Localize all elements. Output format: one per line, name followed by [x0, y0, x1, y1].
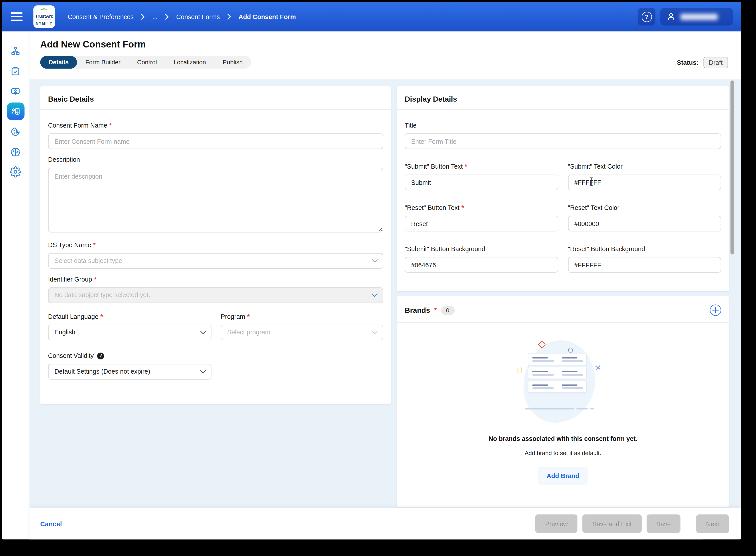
breadcrumb-consent-forms[interactable]: Consent Forms — [176, 13, 220, 21]
brands-count-badge: 0 — [441, 306, 455, 315]
id-card-person-icon — [10, 85, 21, 97]
sidebar-item-consent-forms[interactable] — [7, 103, 25, 120]
brands-empty-illustration — [397, 340, 729, 431]
description-textarea[interactable] — [48, 168, 383, 233]
ds-type-select[interactable]: Select data subject type — [48, 253, 383, 269]
logo-trustarc-text: TrustArc — [35, 13, 53, 19]
save-and-exit-button[interactable]: Save and Exit — [583, 514, 642, 533]
top-navigation-bar: TrustArc NYMITY Consent & Preferences ..… — [2, 2, 741, 32]
trustarc-nymity-logo: TrustArc NYMITY — [33, 5, 55, 28]
rectangle-decoration-icon — [518, 367, 522, 373]
consent-form-name-input[interactable] — [48, 133, 383, 149]
reset-button-background-input[interactable] — [568, 257, 721, 273]
status-badge: Draft — [703, 57, 728, 68]
brands-panel: Brands * 0 — [397, 296, 729, 507]
submit-button-text-input[interactable] — [405, 175, 558, 190]
tab-control[interactable]: Control — [129, 56, 165, 69]
consent-validity-select[interactable]: Default Settings (Does not expire) — [48, 364, 211, 380]
brand-card-placeholder — [528, 353, 587, 365]
clipboard-check-icon — [10, 65, 21, 77]
brands-title: Brands — [405, 306, 430, 314]
question-mark-icon: ? — [642, 11, 652, 22]
sidebar-item-cookie-consent[interactable] — [7, 123, 25, 140]
help-button[interactable]: ? — [638, 8, 655, 26]
tab-publish[interactable]: Publish — [215, 56, 251, 69]
tab-details[interactable]: Details — [40, 56, 77, 69]
add-brand-button[interactable]: Add Brand — [538, 467, 588, 485]
chevron-down-icon — [200, 331, 206, 335]
chevron-down-icon — [200, 370, 206, 374]
breadcrumb: Consent & Preferences ... Consent Forms … — [68, 13, 296, 21]
cancel-link[interactable]: Cancel — [40, 520, 62, 527]
submit-text-color-input[interactable] — [568, 175, 721, 190]
info-icon[interactable]: i — [97, 352, 104, 359]
program-select[interactable]: Select program — [221, 324, 383, 340]
default-language-select[interactable]: English — [48, 324, 211, 340]
form-title-label: Title — [405, 121, 721, 129]
consent-validity-label: Consent Validity i — [48, 352, 383, 359]
user-account-button[interactable] — [660, 8, 733, 26]
identifier-group-select: No data subject type selected yet. — [48, 287, 383, 303]
reset-button-text-label: "Reset" Button Text* — [405, 204, 558, 211]
status: Status: Draft — [677, 57, 728, 68]
gear-icon — [10, 166, 21, 177]
basic-details-panel: Basic Details Consent Form Name* Descrip… — [40, 86, 391, 404]
breadcrumb-consent-preferences[interactable]: Consent & Preferences — [68, 13, 134, 21]
app-window: TrustArc NYMITY Consent & Preferences ..… — [2, 2, 741, 540]
brain-icon — [10, 146, 21, 157]
vertical-scrollbar-thumb[interactable] — [730, 80, 734, 254]
next-button[interactable]: Next — [696, 514, 729, 533]
description-label: Description — [48, 156, 383, 163]
basic-details-title: Basic Details — [40, 86, 391, 110]
form-title-input[interactable] — [405, 133, 721, 149]
main-content: Add New Consent Form Details Form Builde… — [30, 31, 741, 540]
chevron-down-icon — [371, 293, 378, 298]
submit-text-color-label: "Submit" Text Color — [568, 163, 721, 170]
identifier-group-label: Identifier Group* — [48, 276, 383, 283]
display-details-title: Display Details — [397, 86, 729, 110]
sidebar-item-settings[interactable] — [7, 163, 25, 181]
submit-button-text-label: "Submit" Button Text* — [405, 163, 558, 170]
reset-text-color-label: "Reset" Text Color — [568, 204, 721, 211]
circle-decoration-icon — [568, 348, 573, 352]
chevron-right-icon — [141, 14, 145, 20]
sidebar-item-org-structure[interactable] — [7, 42, 25, 60]
page-header: Add New Consent Form Details Form Builde… — [30, 31, 741, 79]
consent-form-name-label: Consent Form Name* — [48, 121, 383, 129]
breadcrumb-collapsed[interactable]: ... — [152, 13, 158, 21]
content-scroll-area: Basic Details Consent Form Name* Descrip… — [30, 79, 741, 508]
reset-button-text-input[interactable] — [405, 216, 558, 232]
reset-text-color-input[interactable] — [568, 216, 721, 232]
user-name-redacted — [681, 13, 718, 20]
sidebar-item-assessments[interactable] — [7, 62, 25, 80]
tab-localization[interactable]: Localization — [165, 56, 214, 69]
cookie-icon — [10, 126, 21, 137]
program-label: Program* — [221, 313, 383, 320]
logo-leaf-icon — [40, 7, 48, 13]
preview-button[interactable]: Preview — [535, 514, 578, 533]
brand-card-placeholder — [528, 367, 587, 379]
default-language-label: Default Language* — [48, 313, 211, 320]
sidebar-item-intelligence[interactable] — [7, 143, 25, 161]
footer-action-bar: Cancel Preview Save and Exit Save Next — [30, 508, 741, 540]
display-details-panel: Display Details Title "Submit" Button Te… — [397, 86, 729, 291]
submit-button-background-label: "Submit" Button Background — [405, 245, 558, 252]
chevron-down-icon — [372, 259, 378, 263]
chevron-right-icon — [165, 14, 169, 20]
left-sidebar — [2, 31, 30, 540]
breadcrumb-add-consent-form: Add Consent Form — [238, 13, 296, 21]
consent-form-icon — [10, 106, 21, 117]
save-button[interactable]: Save — [646, 514, 681, 533]
topbar-actions: ? — [638, 8, 733, 26]
brands-empty-title: No brands associated with this consent f… — [397, 435, 729, 442]
submit-button-background-input[interactable] — [405, 257, 558, 273]
tab-form-builder[interactable]: Form Builder — [77, 56, 129, 69]
reset-button-background-label: "Reset" Button Background — [568, 245, 721, 252]
brand-card-placeholder — [528, 381, 587, 393]
hamburger-menu-icon[interactable] — [11, 12, 23, 21]
chevron-right-icon — [227, 14, 231, 20]
form-step-tabs: Details Form Builder Control Localizatio… — [40, 56, 251, 69]
sidebar-item-data-subjects[interactable] — [7, 82, 25, 100]
add-brand-plus-icon[interactable] — [710, 305, 721, 316]
ds-type-name-label: DS Type Name* — [48, 241, 383, 248]
